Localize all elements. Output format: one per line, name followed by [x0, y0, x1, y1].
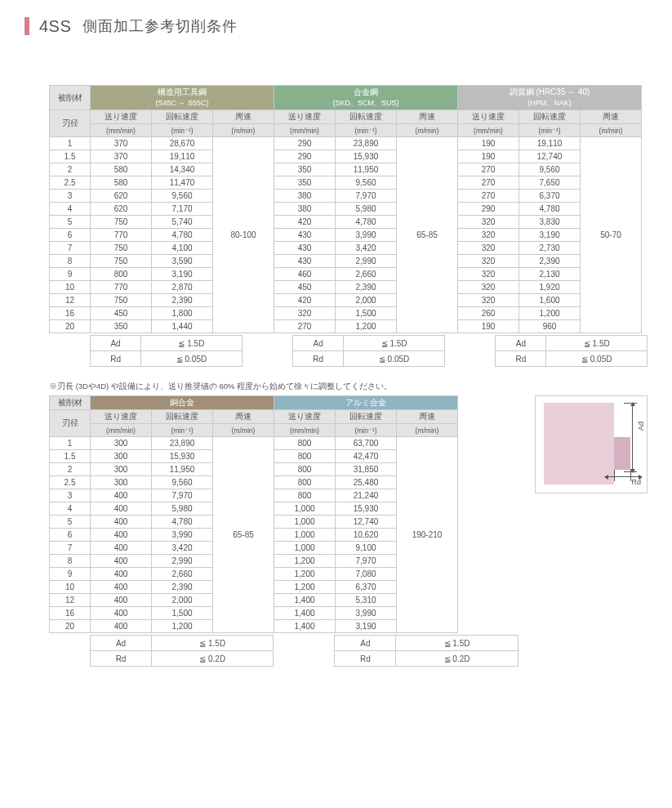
cell-feed: 1,400: [274, 607, 336, 620]
cell-feed: 350: [91, 320, 152, 333]
cell-feed: 460: [274, 268, 336, 281]
adrd-label: Ad: [335, 636, 396, 651]
adrd-label: Ad: [91, 636, 152, 651]
cell-rot: 7,970: [152, 489, 213, 502]
cell-dia: 4: [50, 502, 91, 516]
cell-rot: 1,500: [336, 307, 397, 320]
cell-rot: 2,870: [152, 281, 213, 294]
cell-rot: 2,660: [336, 268, 397, 281]
col-unit: (m/min): [397, 424, 458, 437]
col-surf: 周速: [397, 110, 458, 124]
page-title-row: 4SS 側面加工参考切削条件: [24, 16, 648, 36]
adrd-label: Rd: [496, 351, 546, 367]
cell-dia: 12: [50, 294, 91, 307]
col-material: 被削材: [50, 396, 91, 410]
cell-rot: 1,600: [519, 294, 581, 307]
cell-feed: 580: [91, 163, 152, 176]
cell-feed: 320: [458, 229, 519, 242]
col-material: 被削材: [50, 86, 91, 110]
col-unit: (min⁻¹): [336, 124, 397, 137]
cell-feed: 370: [91, 137, 152, 150]
cell-feed: 400: [91, 568, 152, 581]
col-feed: 送り速度: [91, 410, 152, 424]
cell-dia: 1.5: [50, 150, 91, 163]
cell-rot: 3,420: [152, 542, 213, 555]
cell-rot: 6,370: [519, 190, 581, 203]
cell-feed: 320: [458, 294, 519, 307]
cell-surf: 65-85: [213, 437, 274, 633]
cell-feed: 270: [458, 190, 519, 203]
cell-rot: 9,560: [336, 176, 397, 190]
cell-rot: 2,390: [336, 281, 397, 294]
cell-feed: 270: [458, 176, 519, 190]
cell-rot: 63,700: [336, 437, 397, 450]
cell-feed: 400: [91, 620, 152, 633]
cell-rot: 5,310: [336, 594, 397, 607]
cell-rot: 2,990: [152, 555, 213, 568]
cell-feed: 800: [91, 268, 152, 281]
cell-dia: 1: [50, 137, 91, 150]
adrd-value: ≦ 0.05D: [546, 351, 648, 367]
cell-rot: 11,950: [152, 463, 213, 476]
cell-feed: 400: [91, 489, 152, 502]
col-surf: 周速: [397, 410, 458, 424]
adrd-label: Rd: [293, 351, 344, 367]
diagram-tick: [630, 470, 631, 481]
cell-rot: 11,950: [336, 163, 397, 176]
cell-feed: 380: [274, 203, 336, 216]
group-header: 銅合金: [91, 396, 274, 410]
cell-feed: 400: [91, 542, 152, 555]
cell-rot: 2,000: [336, 294, 397, 307]
cell-rot: 2,130: [519, 268, 581, 281]
cell-feed: 1,200: [274, 555, 336, 568]
cell-rot: 4,100: [152, 242, 213, 255]
cell-dia: 9: [50, 568, 91, 581]
col-unit: (mm/min): [274, 124, 336, 137]
cell-dia: 2.5: [50, 476, 91, 489]
cell-rot: 3,990: [336, 229, 397, 242]
cell-feed: 770: [91, 281, 152, 294]
cell-rot: 5,980: [336, 203, 397, 216]
cell-rot: 28,670: [152, 137, 213, 150]
cell-dia: 5: [50, 216, 91, 229]
adrd-label: Ad: [496, 336, 546, 351]
cell-rot: 25,480: [336, 476, 397, 489]
cell-feed: 320: [458, 255, 519, 268]
group-header: アルミ合金: [274, 396, 458, 410]
group-header: 構造用工具鋼(S45C ～ S55C): [91, 86, 274, 110]
col-unit: (m/min): [213, 124, 274, 137]
cell-dia: 20: [50, 620, 91, 633]
cell-feed: 400: [91, 594, 152, 607]
col-dia: 刃径: [50, 410, 91, 437]
cell-rot: 15,930: [336, 502, 397, 516]
cell-rot: 9,560: [519, 163, 581, 176]
cell-feed: 290: [458, 203, 519, 216]
cell-dia: 2.5: [50, 176, 91, 190]
diagram-tick: [614, 470, 615, 481]
col-unit: (mm/min): [91, 124, 152, 137]
cell-feed: 290: [274, 137, 336, 150]
cell-dia: 1: [50, 437, 91, 450]
cell-dia: 3: [50, 190, 91, 203]
cell-rot: 7,170: [152, 203, 213, 216]
col-surf: 周速: [213, 110, 274, 124]
cell-rot: 9,560: [152, 476, 213, 489]
cell-dia: 8: [50, 255, 91, 268]
cell-rot: 1,200: [336, 320, 397, 333]
cell-feed: 320: [458, 216, 519, 229]
cell-surf: 50-70: [581, 137, 642, 333]
cell-feed: 400: [91, 607, 152, 620]
cell-feed: 800: [274, 450, 336, 463]
cell-rot: 12,740: [336, 516, 397, 529]
cell-dia: 8: [50, 555, 91, 568]
col-unit: (min⁻¹): [152, 424, 213, 437]
cutting-table-1: 被削材構造用工具鋼(S45C ～ S55C)合金鋼(SKD、SCM、SUS)調質…: [49, 85, 642, 333]
cell-feed: 420: [274, 216, 336, 229]
cell-rot: 3,990: [336, 607, 397, 620]
cell-feed: 300: [91, 437, 152, 450]
cell-feed: 350: [274, 176, 336, 190]
cell-rot: 1,200: [152, 620, 213, 633]
cell-feed: 290: [274, 150, 336, 163]
cell-feed: 800: [274, 437, 336, 450]
cell-dia: 10: [50, 581, 91, 594]
